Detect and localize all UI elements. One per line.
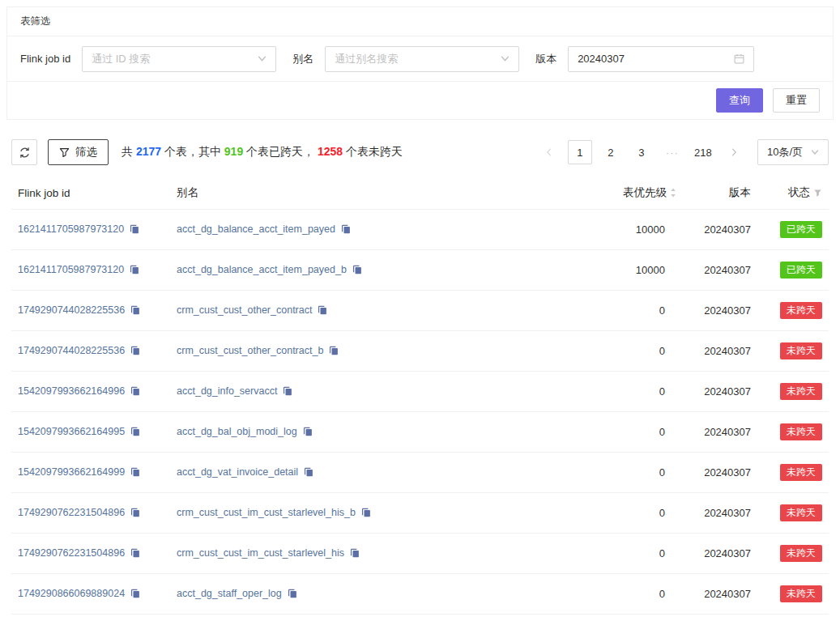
page-number-last[interactable]: 218 <box>691 140 715 164</box>
copy-icon[interactable] <box>130 305 140 318</box>
filter-toggle-button[interactable]: 筛选 <box>48 139 109 165</box>
filter-icon <box>59 147 70 158</box>
status-badge: 未跨天 <box>780 585 822 602</box>
pagination-top: 1 2 3 ··· 218 10条/页 <box>537 139 829 165</box>
version-value: 20240307 <box>683 453 757 493</box>
job-id-link[interactable]: 1621411705987973120 <box>18 223 124 235</box>
summary-total-count: 2177 <box>136 145 161 158</box>
prev-page-button[interactable] <box>537 140 561 164</box>
table-row: 1749290744028225536 crm_cust_cust_other_… <box>11 291 829 331</box>
alias-link[interactable]: crm_cust_cust_im_cust_starlevel_his_b <box>177 507 356 518</box>
alias-link[interactable]: acct_dg_vat_invoice_detail <box>177 466 298 478</box>
job-id-link[interactable]: 1542097993662164996 <box>18 385 125 397</box>
summary-text: 共 2177 个表，其中 919 个表已跨天， 1258 个表未跨天 <box>122 145 403 160</box>
copy-icon[interactable] <box>130 508 140 521</box>
status-badge: 已跨天 <box>780 221 822 238</box>
calendar-icon <box>734 53 744 64</box>
job-id-link[interactable]: 1621411705987973120 <box>18 264 124 275</box>
status-badge: 未跨天 <box>780 545 822 562</box>
job-id-link[interactable]: 1542097993662164995 <box>18 426 125 437</box>
column-header-status[interactable]: 状态 <box>757 177 829 210</box>
alias-link[interactable]: acct_dg_info_servacct <box>177 385 277 397</box>
job-id-link[interactable]: 1749290762231504896 <box>18 547 125 559</box>
alias-link[interactable]: acct_dg_bal_obj_modi_log <box>177 426 297 437</box>
copy-icon[interactable] <box>130 548 140 561</box>
alias-link[interactable]: acct_dg_balance_acct_item_payed <box>177 223 335 235</box>
filter-toggle-label: 筛选 <box>75 145 97 160</box>
column-header-job-id: Flink job id <box>11 177 170 210</box>
version-value: 20240307 <box>683 372 757 412</box>
copy-icon[interactable] <box>361 508 371 521</box>
results-table: Flink job id 别名 表优先级 版本 状态 1621411705987… <box>11 177 829 615</box>
job-id-link[interactable]: 1749290762231504896 <box>18 507 125 518</box>
table-row: 1621411705987973120 acct_dg_balance_acct… <box>11 250 829 291</box>
filter-card: 表筛选 Flink job id 通过 ID 搜索 别名 通过别名搜索 版本 2… <box>6 6 834 120</box>
search-button[interactable]: 查询 <box>716 88 763 113</box>
alias-link[interactable]: crm_cust_cust_im_cust_starlevel_his <box>177 547 344 559</box>
priority-value: 0 <box>581 372 683 412</box>
copy-icon[interactable] <box>304 467 313 480</box>
alias-filter-select[interactable]: 通过别名搜索 <box>325 46 519 72</box>
page-size-select[interactable]: 10条/页 <box>757 139 829 165</box>
alias-link[interactable]: crm_cust_cust_other_contract <box>177 304 312 316</box>
copy-icon[interactable] <box>130 467 140 480</box>
chevron-right-icon <box>730 148 738 156</box>
page-number-1[interactable]: 1 <box>568 140 592 164</box>
copy-icon[interactable] <box>329 346 339 359</box>
copy-icon[interactable] <box>303 427 313 440</box>
copy-icon[interactable] <box>130 346 140 359</box>
column-header-version: 版本 <box>683 177 757 210</box>
alias-link[interactable]: crm_cust_cust_other_contract_b <box>177 345 323 356</box>
job-id-link[interactable]: 1749290866069889024 <box>18 588 125 599</box>
copy-icon[interactable] <box>283 386 292 399</box>
next-page-button[interactable] <box>722 140 746 164</box>
page-size-value: 10条/页 <box>767 145 803 160</box>
copy-icon[interactable] <box>318 305 327 318</box>
status-badge: 未跨天 <box>780 464 822 481</box>
version-filter-label: 版本 <box>535 52 556 66</box>
copy-icon[interactable] <box>130 386 140 399</box>
priority-value: 0 <box>581 453 683 493</box>
refresh-icon <box>19 147 31 159</box>
priority-value: 0 <box>581 534 683 574</box>
copy-icon[interactable] <box>130 589 140 602</box>
version-value: 20240307 <box>683 291 757 331</box>
table-row: 1749290762231504896 crm_cust_cust_im_cus… <box>11 534 829 574</box>
copy-icon[interactable] <box>350 548 360 561</box>
page-number-2[interactable]: 2 <box>599 140 623 164</box>
version-value: 20240307 <box>683 331 757 372</box>
copy-icon[interactable] <box>130 224 139 237</box>
copy-icon[interactable] <box>288 589 297 602</box>
version-value: 20240307 <box>683 574 757 615</box>
alias-filter-placeholder: 通过别名搜索 <box>335 52 398 66</box>
version-date-value: 20240307 <box>578 53 625 65</box>
priority-value: 0 <box>581 412 683 453</box>
job-id-filter-select[interactable]: 通过 ID 搜索 <box>82 46 276 72</box>
sorter-icon[interactable] <box>670 188 676 198</box>
copy-icon[interactable] <box>341 224 351 237</box>
priority-value: 10000 <box>581 210 683 250</box>
page-number-3[interactable]: 3 <box>629 140 654 164</box>
job-id-filter-label: Flink job id <box>20 53 70 65</box>
summary-part1: 共 <box>122 145 136 158</box>
table-row: 1542097993662164996 acct_dg_info_servacc… <box>11 372 829 412</box>
job-id-link[interactable]: 1749290744028225536 <box>18 304 125 316</box>
page-ellipsis[interactable]: ··· <box>660 140 684 164</box>
copy-icon[interactable] <box>130 427 140 440</box>
column-filter-icon[interactable] <box>813 189 822 198</box>
alias-link[interactable]: acct_dg_staff_oper_log <box>177 588 282 599</box>
reset-button[interactable]: 重置 <box>773 88 820 113</box>
refresh-button[interactable] <box>11 139 37 165</box>
status-badge: 未跨天 <box>780 504 822 521</box>
summary-part2: 个表，其中 <box>161 145 224 158</box>
job-id-link[interactable]: 1542097993662164999 <box>18 466 125 478</box>
job-id-link[interactable]: 1749290744028225536 <box>18 345 125 356</box>
summary-part3: 个表已跨天， <box>243 145 318 158</box>
status-badge: 已跨天 <box>780 262 822 279</box>
alias-link[interactable]: acct_dg_balance_acct_item_payed_b <box>177 264 347 275</box>
version-date-input[interactable]: 20240307 <box>568 46 754 72</box>
column-header-priority[interactable]: 表优先级 <box>581 177 683 210</box>
copy-icon[interactable] <box>130 265 139 278</box>
copy-icon[interactable] <box>352 265 362 278</box>
table-row: 1749290762231504896 crm_cust_cust_im_cus… <box>11 493 829 534</box>
